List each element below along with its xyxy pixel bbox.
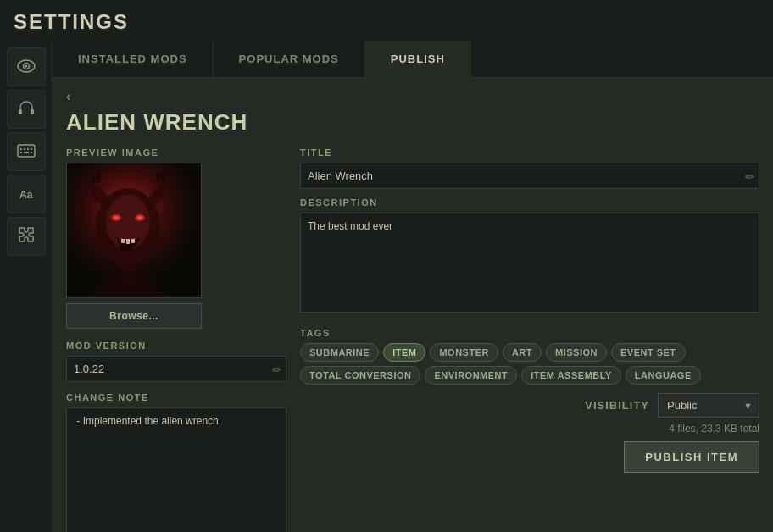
tag-total-conversion[interactable]: TOTAL CONVERSION <box>300 366 420 385</box>
bottom-right: VISIBILITY Public Friends Only Private ▼ <box>300 393 759 473</box>
svg-rect-3 <box>19 109 22 114</box>
change-note-label: CHANGE NOTE <box>66 392 286 402</box>
sidebar-icon-mods[interactable] <box>7 217 46 256</box>
headphones-icon <box>17 98 36 121</box>
sidebar: Aa <box>0 41 53 532</box>
svg-rect-23 <box>131 239 135 243</box>
face-silhouette <box>67 163 201 298</box>
svg-rect-5 <box>18 145 35 157</box>
svg-point-19 <box>114 216 119 219</box>
svg-rect-8 <box>27 148 29 150</box>
preview-image-box <box>66 163 202 298</box>
title-bar: SETTINGS <box>0 0 773 41</box>
preview-label: PREVIEW IMAGE <box>66 147 286 158</box>
title-edit-icon[interactable]: ✏ <box>745 169 754 182</box>
tab-installed-mods[interactable]: INSTALLED MODS <box>53 41 214 77</box>
right-column: TITLE ✏ DESCRIPTION The best mod ever <box>300 147 759 532</box>
title-input-wrap: ✏ <box>300 163 759 189</box>
title-field-label: TITLE <box>300 147 759 158</box>
svg-rect-21 <box>121 239 125 243</box>
tags-label: TAGS <box>300 328 759 338</box>
page-wrapper: SETTINGS <box>0 0 773 532</box>
title-input[interactable] <box>300 163 759 189</box>
svg-rect-22 <box>126 239 130 244</box>
keyboard-icon <box>17 142 36 162</box>
tab-publish[interactable]: PUBLISH <box>365 41 471 79</box>
tag-event-set[interactable]: EVENT SET <box>611 343 686 362</box>
version-edit-icon[interactable]: ✏ <box>272 363 281 375</box>
tag-language[interactable]: LANGUAGE <box>626 366 701 385</box>
change-note-textarea[interactable]: - Implemented the alien wrench <box>66 407 286 532</box>
content-area: INSTALLED MODS POPULAR MODS PUBLISH ‹ AL… <box>53 41 773 532</box>
svg-point-20 <box>137 216 142 219</box>
visibility-select[interactable]: Public Friends Only Private <box>658 393 759 418</box>
svg-rect-7 <box>24 148 25 150</box>
font-icon: Aa <box>19 188 33 201</box>
svg-rect-11 <box>24 152 29 153</box>
main-layout: Aa INSTALLED MODS POPULAR MODS <box>0 41 773 532</box>
visibility-label: VISIBILITY <box>585 399 649 412</box>
sidebar-icon-eye[interactable] <box>7 47 46 86</box>
sidebar-icon-keyboard[interactable] <box>7 132 46 171</box>
puzzle-icon <box>17 225 36 248</box>
eye-icon <box>17 58 36 77</box>
svg-rect-6 <box>20 148 22 150</box>
tag-item-assembly[interactable]: ITEM ASSEMBLY <box>521 366 621 385</box>
tag-art[interactable]: ART <box>503 343 542 362</box>
title-field-row: ✏ <box>300 163 759 189</box>
file-info: 4 files, 23.3 KB total <box>669 423 759 435</box>
visibility-select-wrap: Public Friends Only Private ▼ <box>658 393 759 418</box>
svg-point-2 <box>25 64 27 67</box>
page-title: SETTINGS <box>14 10 759 34</box>
svg-rect-10 <box>20 152 22 153</box>
tabs-bar: INSTALLED MODS POPULAR MODS PUBLISH <box>53 41 773 79</box>
sidebar-icon-font[interactable]: Aa <box>7 175 46 213</box>
tag-submarine[interactable]: SUBMARINE <box>300 343 379 362</box>
svg-rect-9 <box>31 148 32 150</box>
tag-mission[interactable]: MISSION <box>546 343 607 362</box>
sidebar-icon-headphones[interactable] <box>7 90 46 129</box>
tag-environment[interactable]: ENVIRONMENT <box>425 366 517 385</box>
tags-wrap: SUBMARINE ITEM MONSTER ART MISSION EVENT… <box>300 343 759 385</box>
tag-monster[interactable]: MONSTER <box>430 343 498 362</box>
description-label: DESCRIPTION <box>300 197 759 208</box>
version-input-wrap: ✏ <box>66 356 286 382</box>
publish-button[interactable]: PUBLISH ITEM <box>624 441 759 473</box>
inner-content: ‹ ALIEN WRENCH PREVIEW IMAGE <box>53 79 773 532</box>
version-label: MOD VERSION <box>66 341 286 351</box>
browse-button[interactable]: Browse... <box>66 303 202 329</box>
visibility-row: VISIBILITY Public Friends Only Private ▼ <box>585 393 759 418</box>
description-textarea[interactable]: The best mod ever <box>300 213 759 313</box>
version-row: ✏ <box>66 356 286 382</box>
version-input[interactable] <box>66 356 286 382</box>
form-grid: PREVIEW IMAGE <box>66 147 759 532</box>
tags-section: TAGS SUBMARINE ITEM MONSTER ART MISSION … <box>300 328 759 385</box>
mod-title: ALIEN WRENCH <box>66 109 759 136</box>
preview-image <box>67 163 201 298</box>
back-button[interactable]: ‹ <box>66 89 70 104</box>
tab-popular-mods[interactable]: POPULAR MODS <box>214 41 365 77</box>
svg-rect-4 <box>31 109 34 114</box>
svg-rect-12 <box>31 152 32 153</box>
left-column: PREVIEW IMAGE <box>66 147 286 532</box>
tag-item[interactable]: ITEM <box>383 343 425 362</box>
